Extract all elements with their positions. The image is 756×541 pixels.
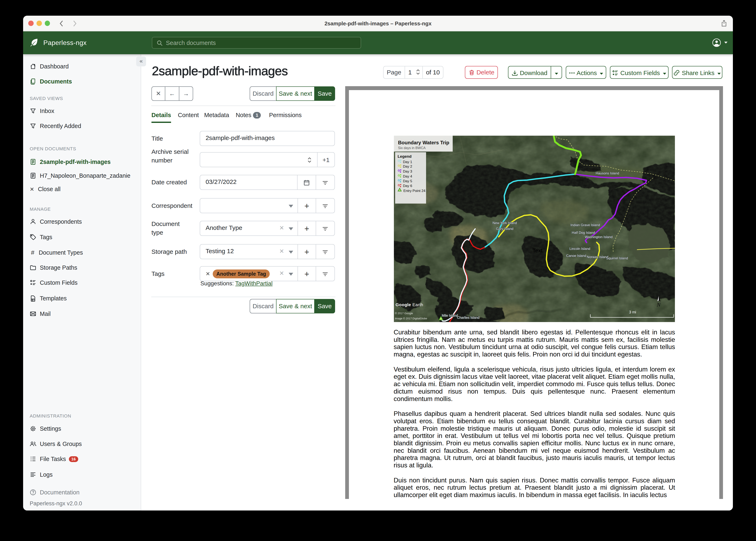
svg-text:Entry Point 24: Entry Point 24	[403, 189, 425, 193]
svg-text:Canoe Island: Canoe Island	[566, 254, 586, 258]
svg-text:Boundary Waters Trip: Boundary Waters Trip	[398, 140, 449, 145]
svg-text:Day 5: Day 5	[403, 179, 412, 183]
svg-text:Lincoln Island: Lincoln Island	[569, 247, 590, 251]
svg-text:Day 4: Day 4	[403, 174, 412, 178]
svg-text:Washington Island: Washington Island	[585, 235, 613, 239]
svg-text:Text: Text	[533, 248, 542, 253]
svg-text:Image © 2017 DigitalGlobe: Image © 2017 DigitalGlobe	[395, 317, 427, 320]
svg-text:Six days in BWCA: Six days in BWCA	[398, 146, 426, 150]
svg-text:Mile Island: Mile Island	[442, 313, 458, 317]
svg-text:Legend: Legend	[398, 154, 411, 159]
svg-text:3 mi: 3 mi	[629, 310, 636, 314]
svg-text:Indian Grave Island: Indian Grave Island	[571, 223, 600, 227]
svg-text:© 2017 Google: © 2017 Google	[395, 312, 413, 315]
svg-text:Hausons Island: Hausons Island	[596, 171, 619, 175]
svg-text:N: N	[657, 301, 661, 308]
svg-text:Gary Island: Gary Island	[496, 227, 513, 231]
svg-text:Day 2: Day 2	[403, 165, 412, 169]
svg-text:Google Earth: Google Earth	[396, 302, 423, 307]
svg-text:Half Dog Island: Half Dog Island	[572, 231, 595, 234]
svg-text:Squirrel Island: Squirrel Island	[606, 256, 628, 260]
svg-text:Day 1: Day 1	[403, 160, 412, 164]
svg-text:Norway Island: Norway Island	[587, 255, 608, 259]
svg-text:New York Island: New York Island	[493, 221, 517, 225]
svg-text:Day 6: Day 6	[403, 184, 412, 188]
svg-text:Charlies Island: Charlies Island	[457, 316, 480, 319]
svg-text:Day 3: Day 3	[403, 170, 412, 173]
